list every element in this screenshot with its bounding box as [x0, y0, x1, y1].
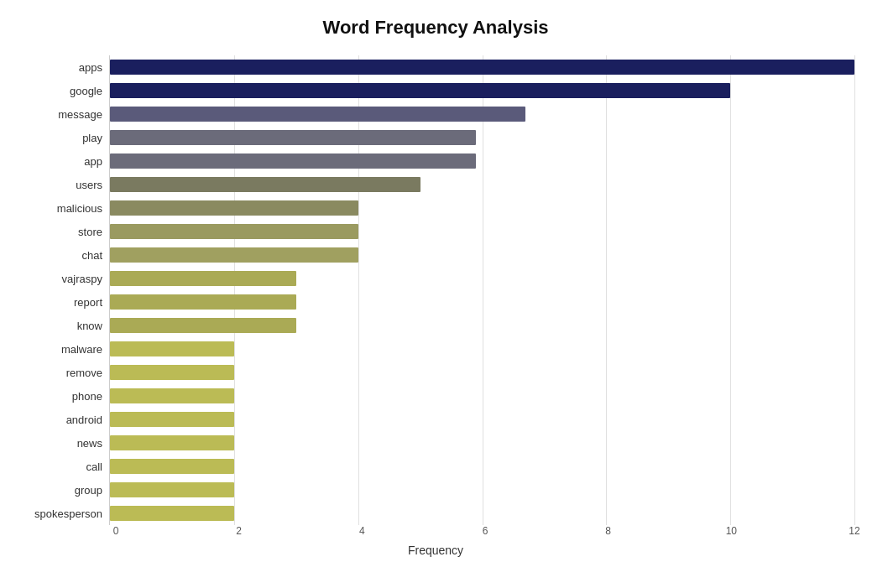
y-axis-label: google [70, 79, 102, 102]
y-axis-label: call [86, 455, 102, 478]
plot-area [109, 55, 854, 525]
y-axis-label: malicious [57, 196, 102, 220]
bar [110, 224, 358, 239]
bar-row [110, 434, 854, 452]
y-axis-label: store [78, 220, 102, 243]
grid-line [854, 55, 855, 525]
bar-row [110, 316, 854, 335]
bar-row [110, 81, 854, 100]
y-axis-label: news [77, 431, 102, 455]
bar [110, 459, 234, 474]
y-axis-label: chat [81, 243, 102, 267]
x-tick-label: 12 [849, 525, 859, 537]
chart-title: Word Frequency Analysis [17, 17, 854, 39]
bar [110, 294, 296, 310]
bar-row [110, 152, 854, 170]
bar [110, 435, 234, 450]
x-tick-label: 8 [605, 525, 611, 537]
bar-row [110, 481, 854, 499]
grid-line [483, 55, 483, 525]
grid-lines [110, 55, 854, 525]
y-axis-label: phone [72, 384, 102, 408]
x-tick-label: 6 [483, 525, 488, 537]
bar-row [110, 269, 854, 288]
bar-row [110, 199, 854, 217]
bar [110, 506, 234, 521]
grid-line [730, 55, 731, 525]
bar-row [110, 222, 854, 241]
bar [110, 271, 296, 286]
grid-line [234, 55, 235, 525]
grid-line [606, 55, 607, 525]
bars-section: appsgooglemessageplayappusersmaliciousst… [17, 55, 854, 525]
bar [110, 154, 476, 169]
x-tick-label: 10 [726, 525, 737, 537]
bar [110, 60, 854, 75]
bar [110, 247, 358, 263]
y-axis-label: android [66, 408, 102, 431]
bar-row [110, 387, 854, 405]
y-axis-label: remove [66, 361, 102, 384]
bar-row [110, 175, 854, 194]
bar [110, 83, 730, 98]
y-labels: appsgooglemessageplayappusersmaliciousst… [17, 55, 109, 525]
bar [110, 130, 476, 145]
bar [110, 177, 420, 192]
y-axis-label: vajraspy [62, 267, 102, 290]
bar [110, 365, 234, 380]
bar-row [110, 293, 854, 311]
bar [110, 412, 234, 427]
bar [110, 200, 358, 216]
bar-row [110, 457, 854, 476]
bar-row [110, 105, 854, 123]
bar [110, 341, 234, 356]
chart-area: appsgooglemessageplayappusersmaliciousst… [17, 55, 854, 509]
bar-row [110, 363, 854, 382]
x-tick-label: 0 [113, 525, 119, 537]
bar-row [110, 410, 854, 429]
y-axis-label: report [74, 290, 102, 314]
bar [110, 482, 234, 497]
y-axis-label: apps [79, 55, 102, 79]
chart-container: Word Frequency Analysis appsgooglemessag… [0, 0, 888, 588]
x-tick-label: 2 [236, 525, 242, 537]
y-axis-label: message [58, 102, 102, 126]
bar-row [110, 246, 854, 264]
grid-line [358, 55, 359, 525]
y-axis-label: app [84, 149, 102, 173]
bar-row [110, 504, 854, 523]
y-axis-label: spokesperson [34, 502, 102, 525]
y-axis-label: play [82, 126, 102, 149]
bar [110, 318, 296, 333]
bar-row [110, 340, 854, 358]
y-axis-label: group [75, 478, 102, 502]
x-tick-label: 4 [359, 525, 365, 537]
y-axis-label: users [76, 173, 102, 196]
bar-row [110, 128, 854, 147]
bar [110, 107, 525, 122]
y-axis-label: malware [61, 337, 102, 361]
x-axis-label: Frequency [17, 544, 854, 557]
bar-row [110, 58, 854, 76]
y-axis-label: know [77, 314, 102, 337]
bar [110, 388, 234, 403]
